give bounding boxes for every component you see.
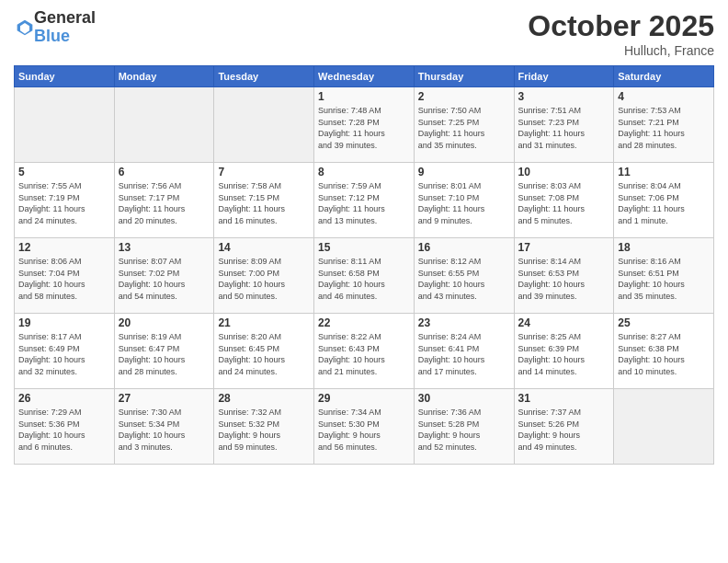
title-area: October 2025 Hulluch, France xyxy=(528,9,714,58)
day-info: Sunrise: 8:11 AM Sunset: 6:58 PM Dayligh… xyxy=(318,256,410,302)
header-row: SundayMondayTuesdayWednesdayThursdayFrid… xyxy=(15,66,714,87)
day-info: Sunrise: 7:51 AM Sunset: 7:23 PM Dayligh… xyxy=(518,105,610,151)
day-number: 17 xyxy=(518,241,610,254)
week-row-1: 1Sunrise: 7:48 AM Sunset: 7:28 PM Daylig… xyxy=(15,87,714,163)
column-header-thursday: Thursday xyxy=(414,66,514,87)
day-number: 18 xyxy=(618,241,710,254)
calendar-cell: 26Sunrise: 7:29 AM Sunset: 5:36 PM Dayli… xyxy=(15,389,115,465)
calendar-cell: 2Sunrise: 7:50 AM Sunset: 7:25 PM Daylig… xyxy=(414,87,514,163)
day-info: Sunrise: 8:16 AM Sunset: 6:51 PM Dayligh… xyxy=(618,256,710,302)
day-info: Sunrise: 8:04 AM Sunset: 7:06 PM Dayligh… xyxy=(618,180,710,226)
day-number: 9 xyxy=(418,166,510,178)
day-number: 7 xyxy=(218,166,310,178)
day-info: Sunrise: 8:25 AM Sunset: 6:39 PM Dayligh… xyxy=(518,331,610,377)
column-header-sunday: Sunday xyxy=(15,66,115,87)
day-info: Sunrise: 8:07 AM Sunset: 7:02 PM Dayligh… xyxy=(119,256,210,302)
day-number: 8 xyxy=(318,166,410,178)
calendar-cell: 6Sunrise: 7:56 AM Sunset: 7:17 PM Daylig… xyxy=(114,163,214,238)
calendar-cell: 25Sunrise: 8:27 AM Sunset: 6:38 PM Dayli… xyxy=(614,314,714,389)
day-info: Sunrise: 7:36 AM Sunset: 5:28 PM Dayligh… xyxy=(418,407,510,453)
day-info: Sunrise: 7:29 AM Sunset: 5:36 PM Dayligh… xyxy=(18,407,110,453)
day-number: 4 xyxy=(618,90,710,103)
calendar-cell: 30Sunrise: 7:36 AM Sunset: 5:28 PM Dayli… xyxy=(414,389,514,465)
day-info: Sunrise: 7:56 AM Sunset: 7:17 PM Dayligh… xyxy=(119,180,210,226)
day-number: 16 xyxy=(418,241,510,254)
day-info: Sunrise: 8:27 AM Sunset: 6:38 PM Dayligh… xyxy=(618,331,710,377)
header: General Blue October 2025 Hulluch, Franc… xyxy=(14,9,714,58)
logo-text: General Blue xyxy=(34,9,96,46)
calendar-cell: 14Sunrise: 8:09 AM Sunset: 7:00 PM Dayli… xyxy=(214,238,314,314)
calendar-cell: 13Sunrise: 8:07 AM Sunset: 7:02 PM Dayli… xyxy=(114,238,214,314)
day-info: Sunrise: 8:20 AM Sunset: 6:45 PM Dayligh… xyxy=(218,331,310,377)
day-info: Sunrise: 8:03 AM Sunset: 7:08 PM Dayligh… xyxy=(518,180,610,226)
calendar-cell: 29Sunrise: 7:34 AM Sunset: 5:30 PM Dayli… xyxy=(314,389,415,465)
column-header-friday: Friday xyxy=(514,66,614,87)
day-number: 19 xyxy=(18,316,110,329)
day-info: Sunrise: 7:48 AM Sunset: 7:28 PM Dayligh… xyxy=(318,105,410,151)
week-row-5: 26Sunrise: 7:29 AM Sunset: 5:36 PM Dayli… xyxy=(15,389,714,465)
day-info: Sunrise: 7:59 AM Sunset: 7:12 PM Dayligh… xyxy=(318,180,410,226)
day-number: 29 xyxy=(318,392,410,405)
week-row-3: 12Sunrise: 8:06 AM Sunset: 7:04 PM Dayli… xyxy=(15,238,714,314)
day-info: Sunrise: 7:34 AM Sunset: 5:30 PM Dayligh… xyxy=(318,407,410,453)
day-number: 25 xyxy=(618,316,710,329)
calendar-cell: 24Sunrise: 8:25 AM Sunset: 6:39 PM Dayli… xyxy=(514,314,614,389)
calendar-cell: 11Sunrise: 8:04 AM Sunset: 7:06 PM Dayli… xyxy=(614,163,714,238)
calendar-cell: 12Sunrise: 8:06 AM Sunset: 7:04 PM Dayli… xyxy=(15,238,115,314)
calendar-cell: 8Sunrise: 7:59 AM Sunset: 7:12 PM Daylig… xyxy=(314,163,415,238)
day-info: Sunrise: 7:50 AM Sunset: 7:25 PM Dayligh… xyxy=(418,105,510,151)
logo-icon xyxy=(16,18,34,37)
calendar-cell: 16Sunrise: 8:12 AM Sunset: 6:55 PM Dayli… xyxy=(414,238,514,314)
day-number: 2 xyxy=(418,90,510,103)
calendar-cell: 10Sunrise: 8:03 AM Sunset: 7:08 PM Dayli… xyxy=(514,163,614,238)
calendar-cell: 23Sunrise: 8:24 AM Sunset: 6:41 PM Dayli… xyxy=(414,314,514,389)
calendar-cell xyxy=(614,389,714,465)
calendar-cell: 15Sunrise: 8:11 AM Sunset: 6:58 PM Dayli… xyxy=(314,238,415,314)
calendar-cell: 7Sunrise: 7:58 AM Sunset: 7:15 PM Daylig… xyxy=(214,163,314,238)
calendar-cell: 20Sunrise: 8:19 AM Sunset: 6:47 PM Dayli… xyxy=(114,314,214,389)
day-number: 13 xyxy=(119,241,210,254)
day-number: 12 xyxy=(18,241,110,254)
calendar-cell: 4Sunrise: 7:53 AM Sunset: 7:21 PM Daylig… xyxy=(614,87,714,163)
calendar-cell xyxy=(114,87,214,163)
day-number: 10 xyxy=(518,166,610,178)
logo: General Blue xyxy=(14,9,96,46)
calendar-cell: 27Sunrise: 7:30 AM Sunset: 5:34 PM Dayli… xyxy=(114,389,214,465)
day-info: Sunrise: 7:53 AM Sunset: 7:21 PM Dayligh… xyxy=(618,105,710,151)
day-number: 26 xyxy=(18,392,110,405)
calendar-cell xyxy=(214,87,314,163)
calendar-cell: 3Sunrise: 7:51 AM Sunset: 7:23 PM Daylig… xyxy=(514,87,614,163)
column-header-wednesday: Wednesday xyxy=(314,66,415,87)
day-number: 6 xyxy=(119,166,210,178)
calendar-cell: 28Sunrise: 7:32 AM Sunset: 5:32 PM Dayli… xyxy=(214,389,314,465)
day-info: Sunrise: 8:12 AM Sunset: 6:55 PM Dayligh… xyxy=(418,256,510,302)
day-info: Sunrise: 8:22 AM Sunset: 6:43 PM Dayligh… xyxy=(318,331,410,377)
calendar-cell: 17Sunrise: 8:14 AM Sunset: 6:53 PM Dayli… xyxy=(514,238,614,314)
day-info: Sunrise: 8:09 AM Sunset: 7:00 PM Dayligh… xyxy=(218,256,310,302)
day-number: 3 xyxy=(518,90,610,103)
logo-general: General xyxy=(34,9,96,28)
day-number: 31 xyxy=(518,392,610,405)
calendar-cell: 18Sunrise: 8:16 AM Sunset: 6:51 PM Dayli… xyxy=(614,238,714,314)
day-number: 30 xyxy=(418,392,510,405)
calendar-cell: 5Sunrise: 7:55 AM Sunset: 7:19 PM Daylig… xyxy=(15,163,115,238)
day-number: 15 xyxy=(318,241,410,254)
column-header-monday: Monday xyxy=(114,66,214,87)
day-number: 27 xyxy=(119,392,210,405)
calendar-cell: 1Sunrise: 7:48 AM Sunset: 7:28 PM Daylig… xyxy=(314,87,415,163)
day-number: 5 xyxy=(18,166,110,178)
calendar-cell xyxy=(15,87,115,163)
calendar-cell: 19Sunrise: 8:17 AM Sunset: 6:49 PM Dayli… xyxy=(15,314,115,389)
calendar-table: SundayMondayTuesdayWednesdayThursdayFrid… xyxy=(14,65,714,465)
logo-blue: Blue xyxy=(34,28,96,46)
month-title: October 2025 xyxy=(528,9,714,43)
day-info: Sunrise: 7:58 AM Sunset: 7:15 PM Dayligh… xyxy=(218,180,310,226)
day-info: Sunrise: 8:24 AM Sunset: 6:41 PM Dayligh… xyxy=(418,331,510,377)
day-number: 24 xyxy=(518,316,610,329)
calendar-cell: 9Sunrise: 8:01 AM Sunset: 7:10 PM Daylig… xyxy=(414,163,514,238)
calendar-cell: 21Sunrise: 8:20 AM Sunset: 6:45 PM Dayli… xyxy=(214,314,314,389)
day-info: Sunrise: 7:32 AM Sunset: 5:32 PM Dayligh… xyxy=(218,407,310,453)
column-header-tuesday: Tuesday xyxy=(214,66,314,87)
page-container: General Blue October 2025 Hulluch, Franc… xyxy=(0,0,728,474)
day-info: Sunrise: 7:30 AM Sunset: 5:34 PM Dayligh… xyxy=(119,407,210,453)
